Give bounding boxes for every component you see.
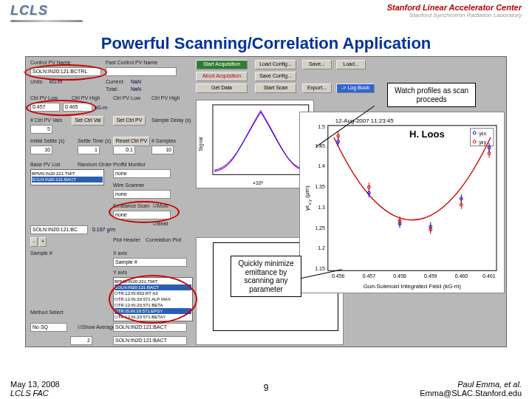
- label-current: Current:: [106, 79, 124, 84]
- svg-text:0.457: 0.457: [363, 273, 376, 279]
- svg-text:γεy: γεy: [479, 140, 487, 146]
- svg-text:0.461: 0.461: [482, 273, 496, 279]
- profmon-combo[interactable]: none: [113, 169, 171, 178]
- method-combo[interactable]: No SQ: [30, 323, 67, 332]
- slide-footer: May 13, 2008 LCLS FAC Paul Emma, et al. …: [0, 380, 532, 398]
- svg-text:γεx: γεx: [479, 131, 487, 137]
- export-button[interactable]: Export...: [302, 83, 332, 93]
- svg-text:1.15: 1.15: [315, 266, 325, 271]
- label-plothdr: Plot Header: [113, 237, 140, 242]
- slide: LCLS Stanford Linear Accelerator Center …: [0, 0, 532, 399]
- highlight-circle-pv: [24, 64, 107, 81]
- initset-input[interactable]: 10: [30, 146, 52, 154]
- profile-plot: ×10³ Signal: [196, 100, 314, 188]
- highlight-circle-range: [26, 100, 97, 116]
- start-acq-button[interactable]: Start Acquisition: [196, 60, 248, 69]
- svg-text:12-Aug-2007 11:23:45: 12-Aug-2007 11:23:45: [335, 117, 394, 124]
- label-corr: Correlation Plot: [146, 237, 181, 242]
- svg-text:0.459: 0.459: [424, 273, 437, 279]
- svg-text:Signal: Signal: [198, 137, 204, 151]
- svg-rect-2: [328, 126, 497, 270]
- x3-combo[interactable]: SOLN:IN20:121:BACT: [113, 336, 187, 345]
- lcls-text: LCLS: [10, 3, 48, 18]
- footer-date: May 13, 2008: [10, 380, 60, 389]
- svg-text:0.458: 0.458: [393, 273, 406, 279]
- svg-text:γεx,y (μm): γεx,y (μm): [304, 185, 312, 211]
- svg-text:1.3: 1.3: [318, 205, 325, 210]
- emitval-disp: 0.187 g/m: [92, 227, 115, 232]
- save-button[interactable]: Save...: [302, 60, 332, 69]
- label-units: Units:: [30, 79, 44, 84]
- wire-combo[interactable]: none: [113, 190, 171, 199]
- highlight-circle-ylist: [109, 275, 197, 324]
- svg-text:Gun-Solenoid Integrated Field : Gun-Solenoid Integrated Field (kG·m): [364, 283, 461, 290]
- getdata-button[interactable]: Get Data: [196, 83, 248, 93]
- label-pvhigh2: Ctrl PV High: [151, 95, 180, 100]
- svg-text:1.2: 1.2: [318, 245, 325, 250]
- setctrl2-button[interactable]: Set Ctrl PV: [113, 116, 146, 126]
- svg-text:1.25: 1.25: [315, 225, 325, 231]
- label-pvhigh: Ctrl PV High: [72, 95, 100, 100]
- label-xaxis: X axis: [113, 250, 127, 256]
- header-divider: [10, 20, 83, 22]
- minus-button[interactable]: -: [30, 237, 38, 247]
- footer-email: Emma@SLAC.Stanford.edu: [420, 389, 522, 398]
- slide-header: LCLS Stanford Linear Accelerator Center …: [0, 0, 532, 34]
- two-input[interactable]: 2: [70, 336, 92, 345]
- list-item[interactable]: SOLN:IN20:121:BACT: [32, 177, 103, 183]
- footer-presenter: Paul Emma, et al.: [420, 380, 522, 389]
- slide-title: Powerful Scanning/Correlation Applicatio…: [0, 34, 532, 53]
- lcls-logo: LCLS: [10, 3, 83, 24]
- label-initset: Initial Settle (s): [30, 138, 64, 143]
- loadcfg-button[interactable]: Load Config...: [255, 60, 296, 69]
- svg-text:1.5: 1.5: [318, 124, 325, 129]
- emittance-plot: 12-Aug-2007 11:23:45 γεx γεy: [299, 112, 505, 293]
- author-label: H. Loos: [409, 129, 445, 140]
- nsamp-input[interactable]: 10: [151, 146, 174, 154]
- plus-button[interactable]: +: [39, 237, 47, 247]
- label-nctrl: # Ctrl PV Vals: [30, 117, 62, 123]
- xscale: ×10³: [253, 180, 264, 185]
- label-rand: Random Order: [78, 162, 112, 167]
- label-show[interactable]: ☑Show Average: [78, 324, 115, 330]
- svg-text:1.35: 1.35: [315, 184, 325, 189]
- savecfg-button[interactable]: Save Config...: [255, 72, 296, 81]
- label-nsamp: # Samples: [151, 138, 176, 143]
- list-item[interactable]: BPMS:IN20:221:TMIT: [32, 171, 103, 177]
- total-value: NaN: [131, 86, 141, 92]
- label-total: Total:: [106, 86, 118, 92]
- svg-text:0.460: 0.460: [455, 273, 468, 279]
- fastctrl-input[interactable]: [106, 67, 177, 76]
- logbook-button[interactable]: -> Log Book: [336, 83, 375, 93]
- label-sample: Sample #: [30, 250, 52, 256]
- slac-logo: Stanford Linear Accelerator Center Stanf…: [387, 3, 522, 18]
- abort-acq-button[interactable]: Abort Acquisition: [196, 72, 248, 81]
- label-basepv: Base PV List: [30, 162, 60, 167]
- callout-watch: Watch profiles as scan proceeds: [387, 83, 476, 107]
- startscan-button[interactable]: Start Scan: [255, 83, 296, 93]
- svg-text:1.4: 1.4: [318, 163, 325, 168]
- label-pvlow2: Ctrl PV Low: [113, 95, 140, 100]
- emitpv-disp: SOLN:IN20:121:BC: [30, 225, 88, 234]
- settle-input[interactable]: 1: [78, 146, 100, 154]
- label-settle: Settle Time (s): [78, 138, 111, 143]
- basepv-list[interactable]: BPMS:IN20:221:TMIT SOLN:IN20:121:BACT: [30, 169, 104, 185]
- nctrl-input[interactable]: 5: [30, 125, 52, 134]
- settle2-input[interactable]: 0.1: [113, 146, 135, 154]
- footer-venue: LCLS FAC: [10, 389, 60, 398]
- load-button[interactable]: Load...: [336, 60, 366, 69]
- highlight-circle-emit: [109, 201, 180, 223]
- label-sampdelay: Sample Delay (s): [151, 117, 191, 123]
- slac-text: Stanford Linear Accelerator Center: [387, 3, 522, 12]
- setctrl-button[interactable]: Set Ctrl Val: [72, 116, 104, 126]
- label-method: Method Select: [30, 310, 64, 315]
- label-wire: Wire Scanner: [113, 183, 144, 188]
- label-profmon: ProfM Monitor: [113, 162, 146, 167]
- x2-combo[interactable]: SOLN:IN20:121:BACT: [113, 323, 187, 332]
- current-value: NaN: [131, 79, 141, 84]
- label-yaxis: Y axis: [113, 270, 127, 275]
- callout-minimize: Quickly minimize emittance by scanning a…: [231, 256, 301, 297]
- xaxis-combo[interactable]: Sample #: [113, 258, 187, 267]
- svg-text:0.456: 0.456: [332, 273, 345, 279]
- ssrl-text: Stanford Synchrotron Radiation Laborator…: [387, 12, 522, 18]
